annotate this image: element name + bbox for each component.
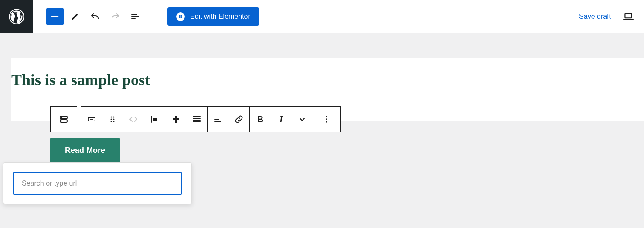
add-block-button[interactable] [46,8,64,25]
read-more-button-block[interactable]: Read More [50,138,120,162]
block-align-group [144,106,208,132]
svg-point-9 [61,121,62,121]
link-url-input[interactable] [13,172,182,195]
svg-point-16 [113,121,115,122]
width-icon [170,114,181,124]
svg-rect-7 [60,120,67,122]
block-toolbar: B I [50,106,341,132]
align-justify-icon [191,114,202,124]
justify-left-button[interactable] [144,107,165,132]
list-view-icon [130,11,140,22]
move-left-right-icon [128,114,139,124]
block-type-group [50,106,77,132]
change-width-button[interactable] [165,107,186,132]
wordpress-logo-button[interactable] [0,0,33,33]
link-url-popover [3,162,192,204]
svg-rect-6 [60,116,67,119]
svg-rect-17 [153,118,157,121]
editor-top-bar: Edit with Elementor Save draft [0,0,644,33]
edit-with-elementor-button[interactable]: Edit with Elementor [167,7,259,26]
svg-rect-5 [625,13,631,18]
svg-point-20 [326,121,327,122]
wordpress-icon [9,9,24,24]
block-link-group [208,106,250,132]
drag-icon [107,114,118,124]
buttons-block-icon [58,114,69,124]
drag-handle[interactable] [102,107,123,132]
change-block-type-button[interactable] [81,107,102,132]
laptop-icon [623,11,634,22]
chevron-down-icon [297,114,307,124]
pencil-icon [70,11,80,22]
more-format-button[interactable] [292,107,313,132]
plus-icon [50,12,60,21]
document-overview-button[interactable] [126,8,144,25]
elementor-button-label: Edit with Elementor [190,13,250,21]
svg-point-12 [113,117,115,118]
redo-button[interactable] [106,8,124,25]
svg-point-13 [111,119,112,120]
svg-point-14 [113,119,115,120]
vertical-align-button[interactable] [186,107,207,132]
block-transform-group [81,106,144,132]
link-icon [234,114,244,124]
svg-point-18 [326,116,327,117]
align-left-icon [213,114,223,124]
read-more-label: Read More [65,146,105,155]
undo-icon [90,11,100,22]
move-buttons[interactable] [123,107,144,132]
svg-point-11 [111,117,112,118]
block-format-group: B I [250,106,313,132]
block-type-button[interactable] [51,107,77,132]
more-vertical-icon [321,114,332,124]
svg-rect-1 [179,15,180,18]
post-title[interactable]: This is a sample post [11,58,644,89]
justify-left-icon [150,114,160,124]
svg-rect-2 [181,15,182,16]
svg-point-15 [111,121,112,122]
block-options-button[interactable] [313,107,340,132]
button-icon [86,114,97,124]
block-options-group [313,106,341,132]
svg-point-8 [61,117,62,118]
redo-icon [110,11,120,22]
text-align-button[interactable] [208,107,228,132]
toolbar-right-group: Save draft [579,9,644,24]
svg-point-19 [326,118,327,120]
italic-button[interactable]: I [271,107,292,132]
link-button[interactable] [228,107,249,132]
tools-button[interactable] [66,8,84,25]
bold-button[interactable]: B [250,107,271,132]
preview-button[interactable] [620,9,636,24]
svg-rect-3 [181,16,182,17]
elementor-icon [176,12,185,21]
save-draft-button[interactable]: Save draft [579,13,611,21]
svg-rect-4 [181,17,182,18]
undo-button[interactable] [86,8,104,25]
toolbar-left-group: Edit with Elementor [33,7,259,26]
